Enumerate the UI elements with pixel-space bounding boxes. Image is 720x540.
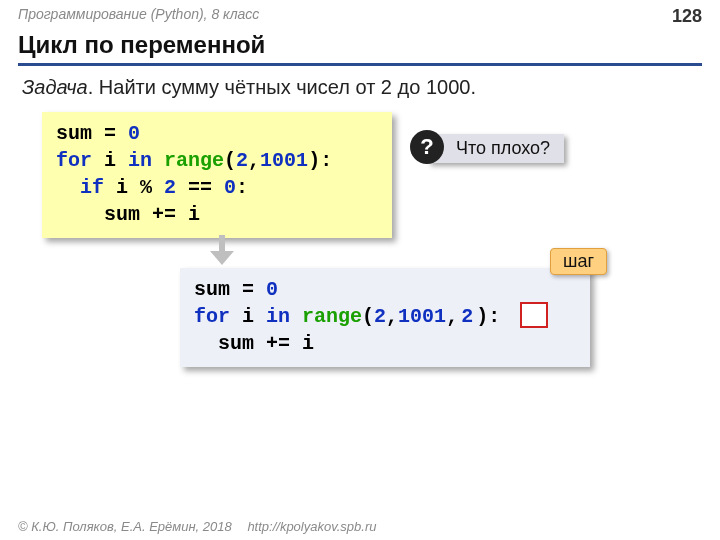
- code-block-1: sum = 0 for i in range(2,1001): if i % 2…: [42, 112, 392, 238]
- c1l3d: ==: [176, 176, 224, 199]
- step-highlight: [520, 302, 548, 328]
- c1l2a: for: [56, 149, 92, 172]
- c2l2a: for: [194, 305, 230, 328]
- c1l3b: i %: [104, 176, 164, 199]
- task-label: Задача: [22, 76, 88, 98]
- c2l2i: ,: [446, 305, 458, 328]
- c1l3c: 2: [164, 176, 176, 199]
- c1l3e: 0: [224, 176, 236, 199]
- task-body: . Найти сумму чётных чисел от 2 до 1000.: [88, 76, 476, 98]
- c1l3a: if: [56, 176, 104, 199]
- c2l3: sum += i: [194, 332, 314, 355]
- c1l2i: ):: [308, 149, 332, 172]
- c2l1b: 0: [266, 278, 278, 301]
- c1l3f: :: [236, 176, 248, 199]
- c2l2f: 2: [374, 305, 386, 328]
- c2l2g: ,: [386, 305, 398, 328]
- slide-footer: © К.Ю. Поляков, Е.А. Ерёмин, 2018 http:/…: [0, 513, 720, 540]
- course-label: Программирование (Python), 8 класс: [18, 6, 259, 27]
- question-mark-icon: ?: [410, 130, 444, 164]
- c2l2j: ):: [476, 305, 500, 328]
- c2l2c: in: [266, 305, 290, 328]
- c2step: 2: [458, 305, 476, 328]
- c1l2b: i: [92, 149, 128, 172]
- question-callout: Что плохо?: [428, 134, 564, 163]
- arrow-down-icon: [210, 235, 234, 265]
- c2l2b: i: [230, 305, 266, 328]
- c1l2g: ,: [248, 149, 260, 172]
- slide-title: Цикл по переменной: [18, 31, 702, 66]
- footer-url: http://kpolyakov.spb.ru: [247, 519, 376, 534]
- c2l2e: (: [362, 305, 374, 328]
- c1l2h: 1001: [260, 149, 308, 172]
- slide-header: Программирование (Python), 8 класс 128: [0, 0, 720, 29]
- c1l2d: range: [152, 149, 224, 172]
- c1l2f: 2: [236, 149, 248, 172]
- c1l1a: sum =: [56, 122, 128, 145]
- task-text: Задача. Найти сумму чётных чисел от 2 до…: [22, 76, 698, 99]
- c1l2c: in: [128, 149, 152, 172]
- copyright: © К.Ю. Поляков, Е.А. Ерёмин, 2018: [18, 519, 232, 534]
- c2l2d: range: [290, 305, 362, 328]
- c1l2e: (: [224, 149, 236, 172]
- slide-number: 128: [672, 6, 702, 27]
- c1l1b: 0: [128, 122, 140, 145]
- c1l4: sum += i: [56, 203, 200, 226]
- c2l2h: 1001: [398, 305, 446, 328]
- c2l1a: sum =: [194, 278, 266, 301]
- step-callout: шаг: [550, 248, 607, 275]
